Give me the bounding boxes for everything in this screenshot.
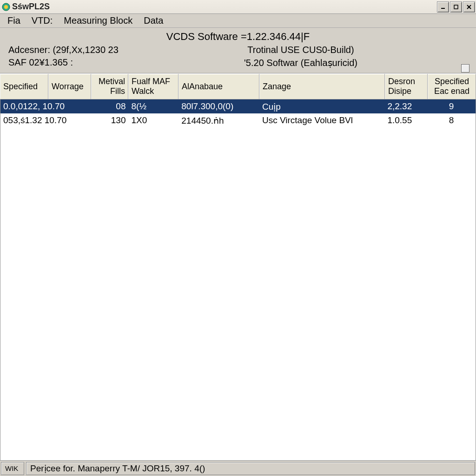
col-worrage[interactable]: Worrage bbox=[48, 74, 91, 99]
cell-desron: 2,2.32 bbox=[384, 100, 427, 112]
cell-alanabaue: 80l7.300,0(0) bbox=[178, 100, 259, 112]
cell-fills: 08 bbox=[92, 100, 129, 112]
app-icon bbox=[2, 3, 10, 11]
menu-vtd[interactable]: VTD: bbox=[26, 14, 59, 27]
menu-measuring-block[interactable]: Measuring Block bbox=[58, 14, 138, 27]
col-specified[interactable]: Specified bbox=[0, 74, 48, 99]
menubar: Fia VTD: Measuring Block Data bbox=[0, 14, 476, 28]
svg-point-1 bbox=[4, 5, 8, 9]
window-title: SśwPL2S bbox=[12, 2, 436, 12]
cell-zanage: Cuịp bbox=[259, 100, 384, 113]
table-body[interactable]: 0.0,0122, 10.70 08 8(½ 80l7.300,0(0) Cuị… bbox=[0, 99, 476, 476]
status-main: Perịcee for. Manaperry T-M/ JOR15, 397. … bbox=[26, 462, 475, 475]
col-metival-fills[interactable]: Metival Fills bbox=[91, 74, 128, 99]
info-build: Trotinal USE CUS0-Build) bbox=[148, 45, 454, 55]
info-software-line: VCDS Software =1.22.346.44|F bbox=[4, 30, 472, 44]
statusbar: WIK Perịcee for. Manaperry T-M/ JOR15, 3… bbox=[0, 460, 476, 476]
info-area: VCDS Software =1.22.346.44|F Adcesner: (… bbox=[0, 28, 476, 73]
panel-icon[interactable] bbox=[461, 64, 469, 73]
table-row[interactable]: 053,ś1.32 10.70 130 1X0 214450.ṅh Usc Vi… bbox=[0, 113, 476, 127]
cell-maf: 8(½ bbox=[128, 100, 178, 112]
cell-alanabaue: 214450.ṅh bbox=[178, 114, 259, 127]
cell-eac: 8 bbox=[427, 114, 476, 126]
cell-maf: 1X0 bbox=[128, 114, 178, 126]
svg-rect-3 bbox=[454, 5, 458, 9]
col-desron-disipe[interactable]: Desron Disipe bbox=[385, 74, 428, 99]
info-softwar: '5.20 Softwar (Eahlaṣuricid) bbox=[148, 57, 454, 68]
cell-fills: 130 bbox=[92, 114, 129, 126]
table-row[interactable]: 0.0,0122, 10.70 08 8(½ 80l7.300,0(0) Cuị… bbox=[0, 99, 476, 113]
cell-desron: 1.0.55 bbox=[384, 114, 427, 126]
col-fualf-maf[interactable]: Fualf MAF Walck bbox=[128, 74, 178, 99]
close-button[interactable] bbox=[463, 1, 475, 13]
menu-data[interactable]: Data bbox=[138, 14, 169, 27]
cell-spec: 053,ś1.32 10.70 bbox=[0, 114, 92, 126]
cell-eac: 9 bbox=[427, 100, 476, 112]
cell-zanage: Usc Virctage Volue BVl bbox=[259, 114, 384, 126]
col-zanage[interactable]: Zanage bbox=[259, 74, 385, 99]
titlebar: SśwPL2S bbox=[0, 0, 476, 14]
menu-fia[interactable]: Fia bbox=[2, 14, 26, 27]
cell-spec: 0.0,0122, 10.70 bbox=[0, 100, 92, 112]
col-specified-eac[interactable]: Specified Eac enad bbox=[428, 74, 476, 99]
info-address: Adcesner: (29f,Xx,1230 23 bbox=[4, 45, 148, 55]
table-header: Specified Worrage Metival Fills Fualf MA… bbox=[0, 73, 476, 99]
col-alanabaue[interactable]: AlAnabaue bbox=[178, 74, 259, 99]
status-left: WIK bbox=[1, 462, 24, 475]
minimize-button[interactable] bbox=[437, 1, 449, 13]
window-controls bbox=[436, 1, 475, 13]
maximize-button[interactable] bbox=[450, 1, 462, 13]
info-saf: SAF 02¥1.365 : bbox=[4, 57, 148, 68]
